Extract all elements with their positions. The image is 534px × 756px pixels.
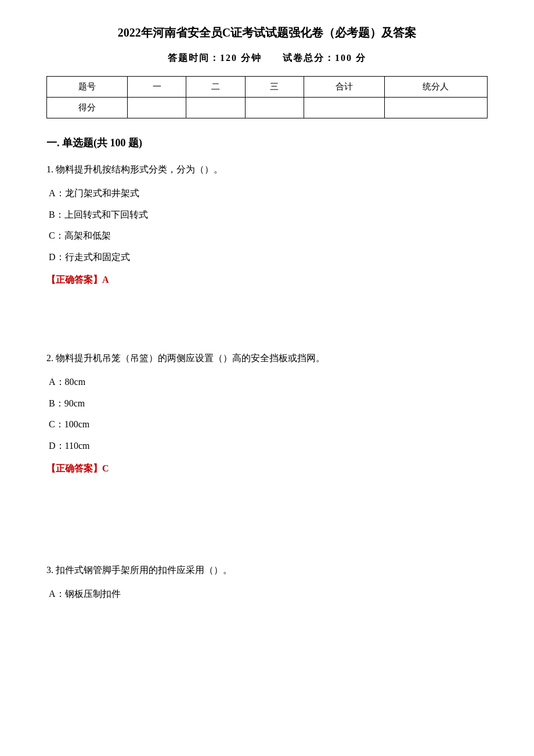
page-title: 2022年河南省安全员C证考试试题强化卷（必考题）及答案 [46,23,488,42]
question-1-option-b: B：上回转式和下回转式 [46,207,488,224]
question-1-option-a: A：龙门架式和井架式 [46,185,488,202]
question-3-text: 3. 扣件式钢管脚手架所用的扣件应采用（）。 [46,562,488,579]
option-label: D： [49,441,65,451]
section1-title: 一. 单选题(共 100 题) [46,136,488,150]
table-header-cell: 统分人 [384,77,487,98]
option-text: 行走式和固定式 [65,252,130,262]
option-label: B： [49,210,64,219]
question-1-option-c: C：高架和低架 [46,228,488,244]
question-1-number: 1. [46,164,53,174]
option-text: 100cm [64,419,90,429]
page-container: 2022年河南省安全员C证考试试题强化卷（必考题）及答案 答题时间：120 分钟… [46,23,488,603]
question-3-number: 3. [46,565,53,575]
option-text: 龙门架式和井架式 [65,188,139,198]
exam-time: 答题时间：120 分钟 [168,53,262,63]
question-1-body: 物料提升机按结构形式分类，分为（）。 [56,164,223,174]
option-text: 高架和低架 [64,231,111,240]
question-3-option-a: A：钢板压制扣件 [46,586,488,603]
table-score-row: 得分 [47,98,488,118]
option-label: B： [49,398,64,408]
table-header-cell: 一 [128,77,186,98]
option-text: 90cm [64,398,85,408]
answer-bracket-open: 【正确答案】 [46,275,102,285]
spacer-3 [46,492,488,516]
table-header-cell: 二 [186,77,245,98]
option-text: 上回转式和下回转式 [64,210,148,219]
spacer-5 [46,539,488,562]
option-label: A： [49,377,65,387]
option-label: C： [49,419,64,429]
question-1-text: 1. 物料提升机按结构形式分类，分为（）。 [46,161,488,178]
question-1: 1. 物料提升机按结构形式分类，分为（）。 A：龙门架式和井架式 B：上回转式和… [46,161,488,286]
score-cell-total [304,98,384,118]
option-label: A： [49,188,65,198]
spacer-4 [46,516,488,539]
score-cell-grader [384,98,487,118]
table-header-cell: 三 [245,77,304,98]
score-label: 得分 [47,98,128,118]
answer-letter: A [102,275,109,285]
spacer-1 [46,304,488,327]
option-text: 钢板压制扣件 [65,589,121,599]
table-header-row: 题号 一 二 三 合计 统分人 [47,77,488,98]
question-2-option-d: D：110cm [46,438,488,455]
table-header-cell: 题号 [47,77,128,98]
question-2-option-b: B：90cm [46,395,488,412]
question-2-answer: 【正确答案】C [46,463,488,475]
score-cell-2 [186,98,245,118]
table-header-cell: 合计 [304,77,384,98]
question-2-option-c: C：100cm [46,416,488,433]
answer-bracket-open: 【正确答案】 [46,463,102,473]
option-text: 80cm [65,377,86,387]
exam-score: 试卷总分：100 分 [283,53,366,63]
question-1-option-d: D：行走式和固定式 [46,249,488,266]
question-3: 3. 扣件式钢管脚手架所用的扣件应采用（）。 A：钢板压制扣件 [46,562,488,603]
option-label: C： [49,231,64,240]
answer-letter: C [102,463,109,473]
score-cell-1 [128,98,186,118]
option-label: A： [49,589,65,599]
spacer-2 [46,327,488,350]
option-label: D： [49,252,65,262]
question-2-option-a: A：80cm [46,374,488,391]
question-2-body: 物料提升机吊笼（吊篮）的两侧应设置（）高的安全挡板或挡网。 [56,353,325,363]
score-cell-3 [245,98,304,118]
question-1-answer: 【正确答案】A [46,274,488,286]
question-2-text: 2. 物料提升机吊笼（吊篮）的两侧应设置（）高的安全挡板或挡网。 [46,350,488,367]
question-2: 2. 物料提升机吊笼（吊篮）的两侧应设置（）高的安全挡板或挡网。 A：80cm … [46,350,488,475]
option-text: 110cm [65,441,90,451]
exam-info: 答题时间：120 分钟 试卷总分：100 分 [46,52,488,64]
question-3-body: 扣件式钢管脚手架所用的扣件应采用（）。 [56,565,232,575]
score-table: 题号 一 二 三 合计 统分人 得分 [46,76,488,118]
question-2-number: 2. [46,353,53,363]
